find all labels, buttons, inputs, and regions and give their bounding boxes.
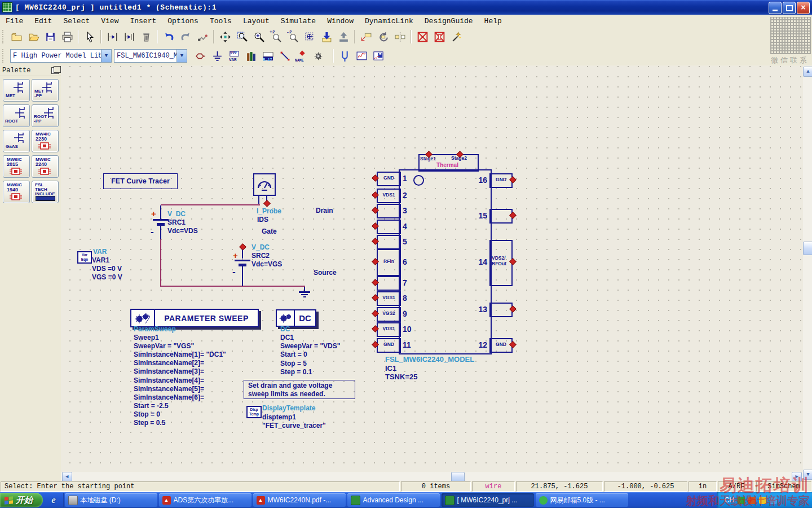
taskbar-item-ads-main[interactable]: Advanced Design ... (347, 493, 440, 507)
status-message: Select: Enter the starting point (1, 481, 400, 492)
chevron-down-icon[interactable]: ▼ (101, 50, 111, 62)
new-data-display-button[interactable] (353, 47, 370, 64)
palette-item-mw4ic2230[interactable]: MW4IC2230 (32, 130, 59, 152)
vertical-scroll-thumb[interactable] (803, 242, 812, 255)
menu-dynamiclink[interactable]: DynamicLink (359, 17, 419, 25)
print-button[interactable] (59, 28, 76, 45)
component-library-select[interactable]: F High Power Model Library ▼ (10, 49, 112, 63)
menu-help[interactable]: Help (479, 17, 508, 25)
palette-item-root-pp[interactable]: ROOT-PP (32, 104, 59, 127)
start-button[interactable]: 开始 (0, 493, 43, 507)
move-component-button[interactable] (104, 28, 121, 45)
ic-leftpin-box-4 (377, 220, 401, 234)
zoom-to-point-button[interactable] (301, 28, 318, 45)
ic-leftpin-box-8: VGS1 (377, 291, 401, 306)
edit-component-parameters-button[interactable]: R=17 (259, 47, 276, 64)
menu-select[interactable]: Select (58, 17, 95, 25)
menu-options[interactable]: Options (162, 17, 204, 25)
taskbar-item-pdf-2[interactable]: ▲ MW6IC2240N.pdf -... (253, 493, 346, 507)
scroll-up-button[interactable]: ▲ (803, 67, 812, 77)
net-label-source[interactable]: Source (314, 269, 337, 276)
net-label-gate[interactable]: Gate (262, 228, 277, 235)
palette-item-fsl-tech-include[interactable]: FSLTECHINCLUDE (32, 181, 59, 203)
menu-view[interactable]: View (95, 17, 124, 25)
wire-drain[interactable] (161, 204, 260, 205)
taskbar-item-pdf-1[interactable]: ▲ ADS第六次功率放... (159, 493, 251, 507)
palette-item-met[interactable]: MET (3, 79, 30, 102)
menu-layout[interactable]: Layout (237, 17, 275, 25)
menu-tools[interactable]: Tools (204, 17, 237, 25)
disptemp-name: disptemp1 (262, 414, 296, 421)
palette-item-mw6ic2240[interactable]: MW6IC2240 (32, 155, 59, 178)
note-box[interactable]: Set drain and gate voltage sweep limits … (244, 380, 355, 399)
ic-leftpin-box-7 (377, 276, 401, 291)
simulate-button[interactable] (370, 47, 387, 64)
push-into-hierarchy-button[interactable] (318, 28, 335, 45)
new-design-button[interactable] (8, 28, 25, 45)
close-button[interactable]: × (797, 2, 810, 14)
move-component-text-button[interactable] (121, 28, 138, 45)
vertical-scrollbar[interactable]: ▲ ▼ (803, 65, 812, 481)
palette-item-gaas[interactable]: GaAS (3, 130, 30, 152)
insert-wire-name-button[interactable]: NAME (293, 47, 310, 64)
ic-leftpin-box-5 (377, 235, 401, 249)
simulation-settings-button[interactable] (310, 47, 327, 64)
palette-float-icon[interactable] (51, 67, 59, 74)
palette-item-mw6ic2015[interactable]: MW6IC2015 (3, 155, 30, 178)
smart-wizard-button[interactable] (448, 28, 465, 45)
zoom-in-x2-button[interactable]: +2 (267, 28, 284, 45)
horizontal-scrollbar[interactable]: ◄ ► (61, 472, 803, 481)
menu-file[interactable]: File (0, 17, 29, 25)
zoom-area-button[interactable] (233, 28, 250, 45)
component-model-select[interactable]: FSL_MW6IC1940_MODEL ▼ (114, 49, 187, 63)
deactivate-component-button[interactable] (414, 28, 431, 45)
toolbar-grip-2[interactable] (2, 49, 6, 63)
tune-parameters-button[interactable] (336, 47, 353, 64)
menu-insert[interactable]: Insert (124, 17, 162, 25)
zoom-in-button[interactable] (250, 28, 267, 45)
palette-item-root[interactable]: ROOT (3, 104, 30, 127)
insert-wire-button[interactable] (276, 47, 293, 64)
insert-ground-button[interactable] (209, 47, 226, 64)
stretch-wire-button[interactable] (194, 28, 211, 45)
main-toolbar: +2 -2 (0, 27, 812, 47)
component-library-browser-button[interactable] (242, 47, 259, 64)
toolbar-grip[interactable] (2, 30, 6, 43)
wire-label-button[interactable] (358, 28, 374, 45)
zoom-out-x2-button[interactable]: -2 (284, 28, 301, 45)
chevron-down-icon[interactable]: ▼ (176, 50, 187, 62)
menu-edit[interactable]: Edit (29, 17, 58, 25)
fet-curve-tracer-frame[interactable]: FET Curve Tracer (103, 173, 178, 189)
schematic-canvas[interactable]: FET Curve Tracer + - V_DC SRC1 Vdc=VDS I… (61, 65, 803, 472)
insert-var-button[interactable]: 000VAR (226, 47, 242, 64)
select-pointer-button[interactable] (81, 28, 98, 45)
insert-port-button[interactable] (192, 47, 209, 64)
palette-item-met-pp[interactable]: MET-PP (32, 79, 59, 102)
restore-button[interactable] (783, 2, 796, 14)
taskbar-item-mail[interactable]: 网易邮箱5.0版 - ... (536, 493, 628, 507)
wire-src1-down[interactable] (160, 239, 161, 287)
quick-launch-ie[interactable]: e (44, 493, 64, 507)
pan-view-button[interactable] (217, 28, 233, 45)
undo-button[interactable] (160, 28, 177, 45)
taskbar-item-disk[interactable]: 本地磁盘 (D:) (65, 493, 157, 507)
menu-designguide[interactable]: DesignGuide (419, 17, 479, 25)
wire-source[interactable] (161, 286, 305, 287)
rotate-item-button[interactable] (374, 28, 391, 45)
pdf-icon: ▲ (257, 496, 265, 505)
iprobe-type: I_Probe (257, 208, 281, 214)
palette-item-mw6ic1940[interactable]: MW6IC1940 (3, 181, 30, 203)
pop-out-hierarchy-button[interactable] (335, 28, 352, 45)
taskbar-item-schematic-active[interactable]: [ MW6IC2240_prj ... (442, 493, 534, 507)
redo-button[interactable] (177, 28, 194, 45)
minimize-button[interactable] (769, 2, 782, 14)
save-design-button[interactable] (42, 28, 59, 45)
open-design-button[interactable] (25, 28, 42, 45)
menu-window[interactable]: Window (321, 17, 359, 25)
net-label-drain[interactable]: Drain (316, 207, 333, 214)
menu-simulate[interactable]: Simulate (275, 17, 321, 25)
src1-plate-long (153, 219, 169, 221)
deactivate-short-button[interactable] (431, 28, 448, 45)
delete-button[interactable] (138, 28, 155, 45)
mirror-item-button[interactable] (391, 28, 408, 45)
